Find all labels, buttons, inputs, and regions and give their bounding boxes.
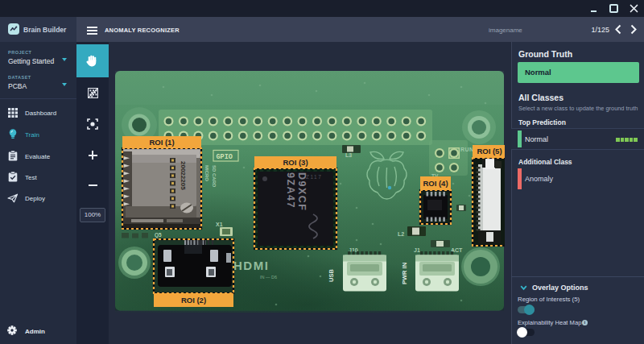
svg-text:9ZA47: 9ZA47	[285, 172, 296, 209]
svg-text:IN — D6: IN — D6	[260, 275, 277, 280]
svg-text:20022205: 20022205	[180, 161, 187, 190]
svg-text:L3: L3	[345, 152, 352, 158]
svg-text:MICRO: MICRO	[204, 165, 209, 181]
svg-text:ROI (1): ROI (1)	[149, 138, 174, 147]
svg-text:SD CARD: SD CARD	[212, 165, 217, 188]
svg-text:GPIO: GPIO	[217, 153, 233, 161]
svg-text:Z117: Z117	[306, 174, 322, 180]
svg-text:Q5: Q5	[155, 232, 162, 238]
svg-text:ROI (2): ROI (2)	[181, 296, 206, 305]
svg-text:J1: J1	[414, 247, 420, 253]
svg-text:ROI (3): ROI (3)	[283, 158, 308, 167]
svg-text:X1: X1	[216, 222, 223, 227]
svg-text:RUN: RUN	[460, 147, 474, 152]
svg-text:ROI (5): ROI (5)	[477, 147, 502, 155]
svg-text:HDMI: HDMI	[233, 259, 269, 272]
svg-text:L2: L2	[398, 231, 404, 237]
svg-text:ROI (4): ROI (4)	[423, 179, 448, 188]
svg-text:USB: USB	[328, 269, 335, 282]
svg-text:PWR IN: PWR IN	[401, 263, 408, 284]
svg-text:D9XCF: D9XCF	[296, 172, 308, 211]
